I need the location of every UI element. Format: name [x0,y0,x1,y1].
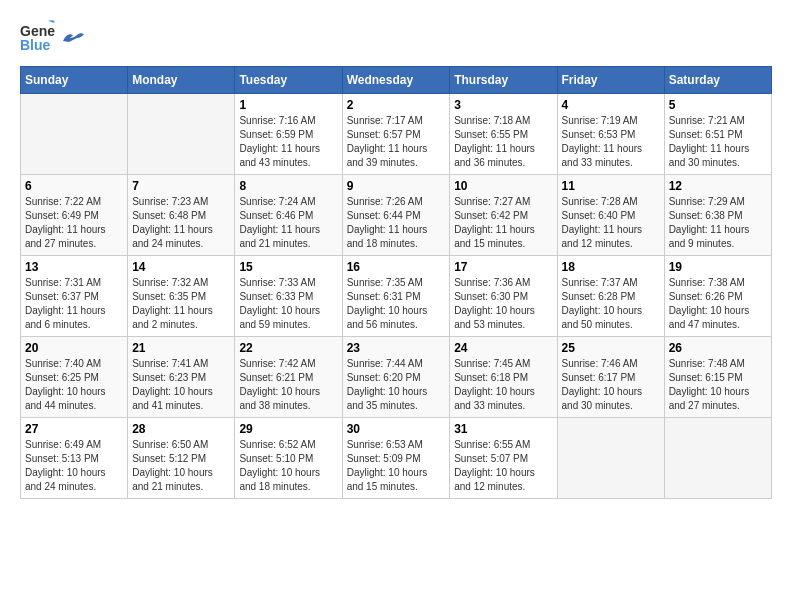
calendar-cell: 26Sunrise: 7:48 AM Sunset: 6:15 PM Dayli… [664,337,771,418]
day-number: 9 [347,179,446,193]
calendar-cell: 20Sunrise: 7:40 AM Sunset: 6:25 PM Dayli… [21,337,128,418]
calendar-cell: 28Sunrise: 6:50 AM Sunset: 5:12 PM Dayli… [128,418,235,499]
day-info: Sunrise: 7:19 AM Sunset: 6:53 PM Dayligh… [562,114,660,170]
calendar-cell: 9Sunrise: 7:26 AM Sunset: 6:44 PM Daylig… [342,175,450,256]
calendar-cell: 1Sunrise: 7:16 AM Sunset: 6:59 PM Daylig… [235,94,342,175]
svg-text:Blue: Blue [20,37,51,53]
calendar-day-header: Monday [128,67,235,94]
day-info: Sunrise: 7:35 AM Sunset: 6:31 PM Dayligh… [347,276,446,332]
day-info: Sunrise: 7:36 AM Sunset: 6:30 PM Dayligh… [454,276,552,332]
day-info: Sunrise: 7:21 AM Sunset: 6:51 PM Dayligh… [669,114,767,170]
calendar-cell: 12Sunrise: 7:29 AM Sunset: 6:38 PM Dayli… [664,175,771,256]
day-number: 1 [239,98,337,112]
day-number: 3 [454,98,552,112]
day-info: Sunrise: 7:31 AM Sunset: 6:37 PM Dayligh… [25,276,123,332]
day-number: 14 [132,260,230,274]
calendar-cell: 21Sunrise: 7:41 AM Sunset: 6:23 PM Dayli… [128,337,235,418]
day-info: Sunrise: 7:29 AM Sunset: 6:38 PM Dayligh… [669,195,767,251]
calendar-cell: 8Sunrise: 7:24 AM Sunset: 6:46 PM Daylig… [235,175,342,256]
day-number: 12 [669,179,767,193]
calendar-week-row: 27Sunrise: 6:49 AM Sunset: 5:13 PM Dayli… [21,418,772,499]
calendar-cell: 16Sunrise: 7:35 AM Sunset: 6:31 PM Dayli… [342,256,450,337]
logo-icon: General Blue [20,20,56,56]
calendar-week-row: 1Sunrise: 7:16 AM Sunset: 6:59 PM Daylig… [21,94,772,175]
calendar-day-header: Sunday [21,67,128,94]
day-info: Sunrise: 7:32 AM Sunset: 6:35 PM Dayligh… [132,276,230,332]
day-info: Sunrise: 7:27 AM Sunset: 6:42 PM Dayligh… [454,195,552,251]
day-info: Sunrise: 7:40 AM Sunset: 6:25 PM Dayligh… [25,357,123,413]
day-number: 25 [562,341,660,355]
day-info: Sunrise: 7:33 AM Sunset: 6:33 PM Dayligh… [239,276,337,332]
day-info: Sunrise: 7:23 AM Sunset: 6:48 PM Dayligh… [132,195,230,251]
calendar-week-row: 20Sunrise: 7:40 AM Sunset: 6:25 PM Dayli… [21,337,772,418]
calendar-cell: 4Sunrise: 7:19 AM Sunset: 6:53 PM Daylig… [557,94,664,175]
calendar-table: SundayMondayTuesdayWednesdayThursdayFrid… [20,66,772,499]
day-info: Sunrise: 7:26 AM Sunset: 6:44 PM Dayligh… [347,195,446,251]
day-info: Sunrise: 7:28 AM Sunset: 6:40 PM Dayligh… [562,195,660,251]
day-number: 15 [239,260,337,274]
calendar-cell: 17Sunrise: 7:36 AM Sunset: 6:30 PM Dayli… [450,256,557,337]
day-number: 5 [669,98,767,112]
bird-icon [62,30,84,46]
day-info: Sunrise: 7:38 AM Sunset: 6:26 PM Dayligh… [669,276,767,332]
day-number: 18 [562,260,660,274]
calendar-cell: 15Sunrise: 7:33 AM Sunset: 6:33 PM Dayli… [235,256,342,337]
calendar-cell: 22Sunrise: 7:42 AM Sunset: 6:21 PM Dayli… [235,337,342,418]
day-info: Sunrise: 7:46 AM Sunset: 6:17 PM Dayligh… [562,357,660,413]
logo: General Blue [20,20,84,56]
calendar-cell: 27Sunrise: 6:49 AM Sunset: 5:13 PM Dayli… [21,418,128,499]
day-info: Sunrise: 7:45 AM Sunset: 6:18 PM Dayligh… [454,357,552,413]
day-number: 26 [669,341,767,355]
calendar-day-header: Saturday [664,67,771,94]
day-number: 17 [454,260,552,274]
calendar-cell [21,94,128,175]
calendar-cell: 6Sunrise: 7:22 AM Sunset: 6:49 PM Daylig… [21,175,128,256]
calendar-cell: 3Sunrise: 7:18 AM Sunset: 6:55 PM Daylig… [450,94,557,175]
calendar-cell: 24Sunrise: 7:45 AM Sunset: 6:18 PM Dayli… [450,337,557,418]
calendar-cell: 7Sunrise: 7:23 AM Sunset: 6:48 PM Daylig… [128,175,235,256]
day-number: 28 [132,422,230,436]
calendar-cell [557,418,664,499]
calendar-cell: 10Sunrise: 7:27 AM Sunset: 6:42 PM Dayli… [450,175,557,256]
day-number: 2 [347,98,446,112]
calendar-cell: 23Sunrise: 7:44 AM Sunset: 6:20 PM Dayli… [342,337,450,418]
calendar-cell: 19Sunrise: 7:38 AM Sunset: 6:26 PM Dayli… [664,256,771,337]
day-number: 30 [347,422,446,436]
day-number: 11 [562,179,660,193]
calendar-cell: 29Sunrise: 6:52 AM Sunset: 5:10 PM Dayli… [235,418,342,499]
calendar-cell: 18Sunrise: 7:37 AM Sunset: 6:28 PM Dayli… [557,256,664,337]
day-number: 22 [239,341,337,355]
day-info: Sunrise: 7:17 AM Sunset: 6:57 PM Dayligh… [347,114,446,170]
calendar-header-row: SundayMondayTuesdayWednesdayThursdayFrid… [21,67,772,94]
calendar-cell: 11Sunrise: 7:28 AM Sunset: 6:40 PM Dayli… [557,175,664,256]
day-number: 19 [669,260,767,274]
calendar-cell [128,94,235,175]
day-info: Sunrise: 6:50 AM Sunset: 5:12 PM Dayligh… [132,438,230,494]
day-info: Sunrise: 7:24 AM Sunset: 6:46 PM Dayligh… [239,195,337,251]
day-number: 16 [347,260,446,274]
day-info: Sunrise: 7:41 AM Sunset: 6:23 PM Dayligh… [132,357,230,413]
calendar-day-header: Tuesday [235,67,342,94]
calendar-day-header: Wednesday [342,67,450,94]
calendar-cell: 25Sunrise: 7:46 AM Sunset: 6:17 PM Dayli… [557,337,664,418]
day-info: Sunrise: 7:22 AM Sunset: 6:49 PM Dayligh… [25,195,123,251]
day-number: 20 [25,341,123,355]
day-number: 8 [239,179,337,193]
day-info: Sunrise: 7:42 AM Sunset: 6:21 PM Dayligh… [239,357,337,413]
day-number: 31 [454,422,552,436]
day-number: 13 [25,260,123,274]
day-info: Sunrise: 7:16 AM Sunset: 6:59 PM Dayligh… [239,114,337,170]
calendar-cell: 5Sunrise: 7:21 AM Sunset: 6:51 PM Daylig… [664,94,771,175]
calendar-cell: 13Sunrise: 7:31 AM Sunset: 6:37 PM Dayli… [21,256,128,337]
day-info: Sunrise: 7:37 AM Sunset: 6:28 PM Dayligh… [562,276,660,332]
day-info: Sunrise: 6:53 AM Sunset: 5:09 PM Dayligh… [347,438,446,494]
day-info: Sunrise: 7:44 AM Sunset: 6:20 PM Dayligh… [347,357,446,413]
calendar-cell: 31Sunrise: 6:55 AM Sunset: 5:07 PM Dayli… [450,418,557,499]
day-number: 7 [132,179,230,193]
calendar-cell: 2Sunrise: 7:17 AM Sunset: 6:57 PM Daylig… [342,94,450,175]
day-info: Sunrise: 7:18 AM Sunset: 6:55 PM Dayligh… [454,114,552,170]
day-number: 4 [562,98,660,112]
day-number: 21 [132,341,230,355]
day-number: 29 [239,422,337,436]
page-header: General Blue [20,20,772,56]
